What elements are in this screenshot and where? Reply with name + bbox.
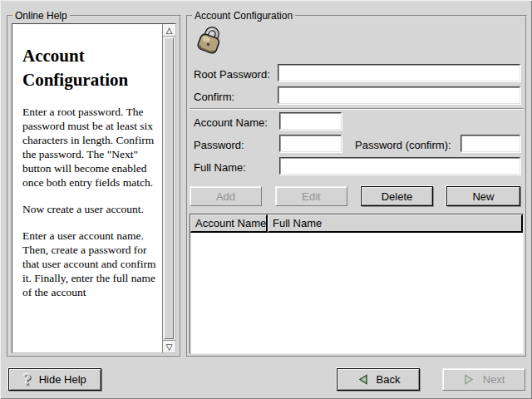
root-password-input[interactable] [278, 64, 520, 81]
online-help-frame: Online Help Account Configuration Enter … [7, 15, 181, 357]
scroll-down-icon[interactable]: ▽ [163, 340, 175, 352]
full-name-label: Full Name: [194, 161, 246, 174]
column-header-full-name[interactable]: Full Name [268, 214, 523, 233]
column-header-account-name[interactable]: Account Name [190, 214, 268, 233]
password-input[interactable] [279, 135, 342, 152]
account-configuration-frame-label: Account Configuration [192, 10, 295, 22]
help-title: Account Configuration [22, 44, 157, 92]
account-configuration-frame: Account Configuration Root Password: Con… [186, 15, 527, 357]
account-name-input[interactable] [279, 112, 342, 130]
help-scrollbar[interactable]: △ ▽ [162, 24, 175, 352]
question-mark-icon: ? [23, 372, 32, 387]
password-confirm-input[interactable] [461, 135, 520, 152]
help-paragraph: Enter a root password. The password must… [22, 105, 157, 190]
add-button[interactable]: Add [190, 186, 262, 206]
back-arrow-icon [357, 373, 369, 386]
hide-help-button[interactable]: ? Hide Help [8, 368, 101, 391]
padlock-icon [192, 23, 225, 57]
accounts-table-body[interactable] [190, 233, 523, 353]
confirm-password-input[interactable] [278, 86, 520, 104]
account-name-label: Account Name: [194, 116, 268, 129]
hide-help-label: Hide Help [39, 373, 86, 386]
root-password-label: Root Password: [194, 68, 270, 81]
help-paragraph: Now create a user account. [22, 202, 157, 216]
account-configuration-screen: { "help_panel": { "frame_label": "Online… [0, 0, 532, 399]
full-name-input[interactable] [279, 157, 520, 175]
separator [190, 108, 524, 109]
back-button[interactable]: Back [337, 368, 420, 391]
help-paragraph: Enter a user account name. Then, create … [22, 229, 157, 299]
delete-button[interactable]: Delete [361, 186, 433, 206]
help-content: Account Configuration Enter a root passw… [12, 24, 162, 352]
password-label: Password: [194, 139, 244, 151]
next-arrow-icon [463, 373, 475, 386]
password-confirm-label: Password (confirm): [355, 139, 451, 151]
help-text-view: Account Configuration Enter a root passw… [12, 23, 176, 353]
next-button[interactable]: Next [442, 368, 525, 391]
edit-button[interactable]: Edit [275, 186, 347, 206]
new-button[interactable]: New [446, 186, 520, 206]
accounts-table-header: Account Name Full Name [190, 214, 523, 233]
online-help-frame-label: Online Help [12, 10, 70, 22]
accounts-table[interactable]: Account Name Full Name [190, 214, 524, 354]
next-label: Next [483, 373, 505, 386]
confirm-label: Confirm: [194, 91, 234, 103]
back-label: Back [377, 373, 401, 386]
scroll-up-icon[interactable]: △ [163, 24, 175, 37]
scrollbar-thumb[interactable] [164, 37, 174, 339]
